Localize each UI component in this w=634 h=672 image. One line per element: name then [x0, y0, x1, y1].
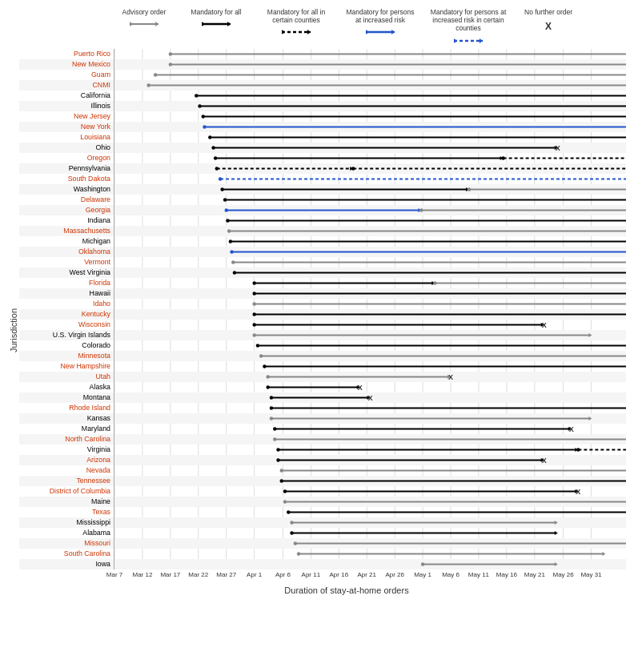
- svg-marker-14: [480, 38, 483, 43]
- svg-marker-8: [307, 30, 311, 34]
- x-tick: May 16: [496, 571, 517, 578]
- svg-point-163: [256, 344, 259, 347]
- legend-mandatory-risk: Mandatory for persons at increased risk: [344, 8, 416, 44]
- y-label: Massachusetts: [19, 226, 114, 236]
- svg-text:X: X: [556, 144, 560, 152]
- x-tick: Apr 11: [302, 571, 321, 578]
- svg-point-187: [270, 406, 273, 409]
- svg-point-74: [198, 104, 201, 107]
- legend-no-order: No further order X: [520, 8, 576, 44]
- x-tick: Mar 22: [188, 571, 208, 578]
- legend-mandatory-risk-label: Mandatory for persons at increased risk: [344, 8, 416, 24]
- svg-point-120: [226, 219, 229, 222]
- legend-advisory-label: Advisory order: [122, 8, 167, 16]
- svg-point-59: [169, 52, 172, 55]
- svg-point-117: [419, 208, 423, 211]
- svg-point-135: [231, 260, 235, 264]
- legend-no-order-label: No further order: [524, 8, 572, 16]
- svg-point-68: [146, 83, 150, 87]
- svg-point-126: [227, 229, 231, 232]
- y-label: Louisiana: [19, 132, 114, 143]
- x-tick: Mar 7: [106, 571, 122, 578]
- y-label: Minnesota: [19, 351, 114, 361]
- svg-point-197: [273, 437, 276, 441]
- x-tick: May 11: [468, 571, 489, 578]
- y-label: Delaware: [19, 195, 114, 205]
- y-label: Florida: [19, 278, 114, 288]
- svg-point-65: [154, 73, 157, 76]
- svg-point-105: [220, 187, 223, 191]
- svg-point-150: [252, 302, 255, 305]
- y-label: Iowa: [19, 559, 114, 569]
- svg-point-62: [169, 62, 172, 66]
- svg-point-233: [290, 531, 293, 534]
- svg-point-4: [202, 22, 204, 26]
- svg-point-179: [267, 385, 270, 388]
- svg-marker-234: [555, 531, 558, 535]
- y-label: CNMI: [19, 80, 114, 91]
- x-tick: Apr 1: [247, 571, 262, 578]
- x-tick: Apr 21: [357, 571, 376, 578]
- svg-text:X: X: [542, 321, 547, 329]
- y-label: Colorado: [19, 340, 114, 351]
- svg-point-71: [195, 94, 198, 97]
- y-label: Alaska: [19, 382, 114, 392]
- y-label: South Dakota: [19, 174, 114, 184]
- svg-point-144: [433, 281, 436, 284]
- svg-point-218: [283, 489, 287, 493]
- y-label: New York: [19, 122, 114, 132]
- y-axis-label: Jurisdiction: [8, 49, 19, 595]
- y-label: Mississippi: [19, 517, 114, 528]
- y-label: West Virginia: [19, 268, 114, 278]
- svg-point-201: [276, 448, 279, 451]
- svg-point-7: [282, 30, 284, 34]
- svg-point-215: [280, 479, 283, 482]
- svg-point-80: [203, 125, 206, 128]
- y-label: Washington: [19, 184, 114, 195]
- svg-text:X: X: [569, 425, 574, 433]
- svg-point-204: [576, 448, 580, 451]
- x-axis-label: Duration of stay-at-home orders: [19, 585, 626, 595]
- y-label: New Hampshire: [19, 361, 114, 372]
- y-label: Puerto Rico: [19, 49, 114, 59]
- y-label: Vermont: [19, 257, 114, 268]
- legend-mandatory-counties: Mandatory for all in certain counties: [256, 8, 336, 44]
- svg-point-77: [202, 115, 205, 118]
- y-labels: Puerto RicoNew MexicoGuamCNMICaliforniaI…: [19, 49, 114, 569]
- y-label: Pennsylvania: [19, 163, 114, 174]
- y-label: Michigan: [19, 236, 114, 247]
- svg-text:X: X: [448, 373, 453, 381]
- y-label: Wisconsin: [19, 320, 114, 330]
- svg-text:X: X: [358, 384, 363, 392]
- svg-point-1: [130, 22, 132, 26]
- legend-advisory: Advisory order: [112, 8, 176, 44]
- x-tick: May 6: [442, 571, 459, 578]
- svg-point-129: [229, 239, 232, 243]
- svg-point-13: [454, 38, 456, 42]
- svg-point-93: [501, 156, 504, 159]
- x-tick: Apr 16: [330, 571, 349, 578]
- svg-point-111: [223, 198, 227, 201]
- svg-point-86: [211, 146, 215, 149]
- svg-point-183: [270, 396, 273, 399]
- y-label: Kansas: [19, 413, 114, 424]
- y-label: Hawaii: [19, 288, 114, 299]
- svg-point-212: [280, 469, 283, 472]
- legend-mandatory-all-label: Mandatory for all: [191, 8, 241, 16]
- svg-point-208: [276, 458, 279, 461]
- svg-marker-241: [602, 552, 605, 556]
- y-label: Virginia: [19, 445, 114, 455]
- legend-mandatory-counties-label: Mandatory for all in certain counties: [256, 8, 336, 24]
- y-label: Georgia: [19, 205, 114, 215]
- svg-point-193: [273, 427, 276, 430]
- y-label: Illinois: [19, 101, 114, 111]
- y-label: South Carolina: [19, 549, 114, 559]
- y-label: North Carolina: [19, 434, 114, 445]
- svg-point-99: [351, 167, 355, 170]
- svg-point-138: [233, 271, 236, 274]
- plot-area: XXXXXXXXXXXXXXXX: [114, 49, 626, 569]
- plot-svg: XXXXXXXXXXXXXXXX: [114, 49, 626, 569]
- legend-mandatory-risk-counties: Mandatory for persons at increased risk …: [424, 8, 512, 44]
- svg-point-132: [230, 250, 233, 253]
- svg-point-147: [252, 292, 255, 295]
